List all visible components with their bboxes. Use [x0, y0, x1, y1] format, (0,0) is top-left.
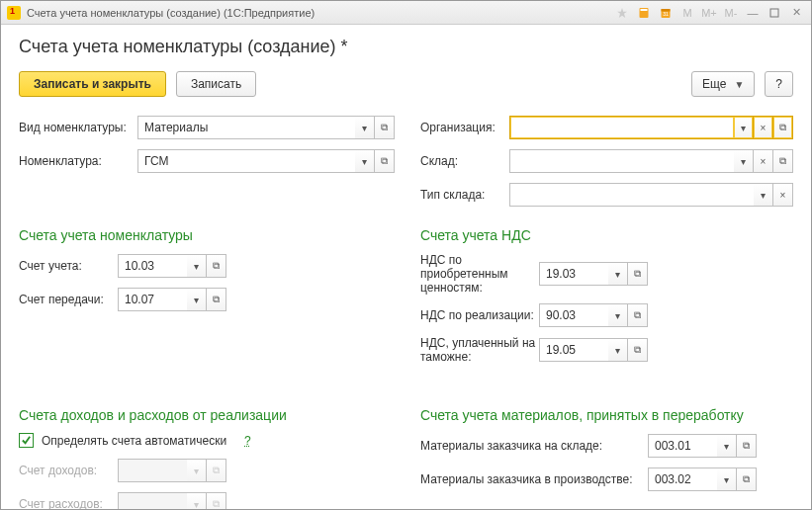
auto-checkbox[interactable] — [19, 433, 34, 448]
sec-vat-title: Счета учета НДС — [420, 227, 793, 243]
more-button[interactable]: Еще▼ — [691, 71, 755, 97]
open-icon[interactable]: ⧉ — [207, 288, 226, 311]
open-icon[interactable]: ⧉ — [628, 262, 648, 286]
mat-prod-input[interactable] — [648, 468, 717, 491]
open-icon[interactable]: ⧉ — [628, 303, 648, 327]
row-mat-prod: Материалы заказчика в производстве: ▾ ⧉ — [420, 467, 793, 492]
nomen-input[interactable] — [137, 149, 355, 173]
transfer-input[interactable] — [118, 288, 187, 311]
vat-customs-label: НДС, уплаченный на таможне: — [420, 336, 539, 364]
save-label: Записать — [191, 77, 241, 91]
svg-text:31: 31 — [663, 11, 669, 17]
open-icon[interactable]: ⧉ — [737, 468, 757, 491]
vat-sales-input[interactable] — [539, 303, 608, 327]
row-mat-stock: Материалы заказчика на складе: ▾ ⧉ — [420, 433, 793, 459]
vat-sales-label: НДС по реализации: — [420, 308, 539, 322]
open-icon[interactable]: ⧉ — [375, 116, 395, 139]
dropdown-icon[interactable]: ▾ — [717, 468, 737, 491]
kind-input-combo: ▾ ⧉ — [137, 116, 395, 139]
dropdown-icon[interactable]: ▾ — [355, 116, 375, 139]
save-button[interactable]: Записать — [176, 71, 256, 97]
sec-income: Счета доходов и расходов от реализации О… — [19, 395, 395, 509]
org-input-combo: ▾ × ⧉ — [509, 116, 793, 139]
open-icon[interactable]: ⧉ — [207, 254, 226, 278]
whtype-label: Тип склада: — [420, 188, 509, 202]
dropdown-icon[interactable]: ▾ — [187, 254, 207, 278]
expense-input — [118, 492, 187, 509]
maximize-icon[interactable] — [766, 5, 783, 21]
svg-rect-1 — [641, 9, 648, 11]
row-org: Организация: ▾ × ⧉ — [420, 115, 793, 140]
top-form: Вид номенклатуры: ▾ ⧉ Номенклатура: ▾ ⧉ — [19, 115, 793, 215]
vat-purch-input[interactable] — [539, 262, 608, 286]
acc-input[interactable] — [118, 254, 187, 278]
content-area: Счета учета номенклатуры (создание) * За… — [1, 25, 811, 509]
help-button[interactable]: ? — [765, 71, 793, 97]
row-vat-purch: НДС по приобретенным ценностям: ▾ ⧉ — [420, 253, 793, 295]
dropdown-icon[interactable]: ▾ — [608, 303, 628, 327]
sec-nomen-title: Счета учета номенклатуры — [19, 227, 395, 243]
open-icon[interactable]: ⧉ — [628, 338, 648, 362]
memory-m[interactable]: M — [678, 5, 696, 21]
row-vat-sales: НДС по реализации: ▾ ⧉ — [420, 302, 793, 328]
transfer-label: Счет передачи: — [19, 293, 118, 306]
kind-input[interactable] — [137, 116, 355, 139]
memory-mplus[interactable]: M+ — [700, 5, 718, 21]
memory-mminus[interactable]: M- — [722, 5, 740, 21]
open-icon[interactable]: ⧉ — [773, 149, 793, 173]
dropdown-icon[interactable]: ▾ — [717, 434, 737, 458]
dropdown-icon[interactable]: ▾ — [355, 149, 375, 173]
dropdown-icon[interactable]: ▾ — [754, 183, 773, 207]
page-title: Счета учета номенклатуры (создание) * — [19, 37, 793, 57]
auto-help-link[interactable]: ? — [244, 434, 251, 448]
save-and-close-button[interactable]: Записать и закрыть — [19, 71, 166, 97]
open-icon: ⧉ — [207, 459, 226, 482]
clear-icon[interactable]: × — [754, 116, 773, 139]
row-auto: Определять счета автоматически ? — [19, 433, 395, 448]
top-toolbar: Записать и закрыть Записать Еще▼ ? — [19, 71, 793, 97]
nomen-label: Номенклатура: — [19, 154, 137, 168]
org-input[interactable] — [509, 116, 734, 139]
expense-combo: ▾ ⧉ — [118, 492, 395, 509]
open-icon[interactable]: ⧉ — [773, 116, 793, 139]
calendar-icon[interactable]: 31 — [657, 5, 675, 21]
sec-income-title: Счета доходов и расходов от реализации — [19, 407, 395, 423]
dropdown-icon[interactable]: ▾ — [734, 149, 754, 173]
chevron-down-icon: ▼ — [734, 79, 744, 90]
whtype-input[interactable] — [509, 183, 754, 207]
top-right-col: Организация: ▾ × ⧉ Склад: ▾ × ⧉ — [420, 115, 793, 215]
wh-label: Склад: — [420, 154, 509, 168]
sec-materials-title: Счета учета материалов, принятых в перер… — [420, 407, 793, 423]
window-title: Счета учета номенклатуры (создание) (1С:… — [27, 7, 607, 19]
row-kind: Вид номенклатуры: ▾ ⧉ — [19, 115, 395, 140]
svg-rect-5 — [770, 9, 778, 17]
vat-customs-input[interactable] — [539, 338, 608, 362]
open-icon[interactable]: ⧉ — [375, 149, 395, 173]
transfer-input-combo: ▾ ⧉ — [118, 288, 395, 311]
wh-input[interactable] — [509, 149, 734, 173]
whtype-input-combo: ▾ × — [509, 183, 793, 207]
open-icon[interactable]: ⧉ — [737, 434, 757, 458]
row-vat-customs: НДС, уплаченный на таможне: ▾ ⧉ — [420, 336, 793, 364]
clear-icon[interactable]: × — [754, 149, 773, 173]
dropdown-icon[interactable]: ▾ — [187, 288, 207, 311]
app-window: Счета учета номенклатуры (создание) (1С:… — [0, 0, 812, 510]
row-acc: Счет учета: ▾ ⧉ — [19, 253, 395, 279]
calculator-icon[interactable] — [635, 5, 653, 21]
dropdown-icon[interactable]: ▾ — [608, 338, 628, 362]
clear-icon[interactable]: × — [773, 183, 793, 207]
close-icon[interactable]: ✕ — [787, 5, 805, 21]
favorite-icon[interactable] — [613, 5, 631, 21]
acc-input-combo: ▾ ⧉ — [118, 254, 395, 278]
row-transfer: Счет передачи: ▾ ⧉ — [19, 287, 395, 312]
mat-stock-input[interactable] — [648, 434, 717, 458]
dropdown-icon[interactable]: ▾ — [608, 262, 628, 286]
row-income: Счет доходов: ▾ ⧉ — [19, 458, 395, 483]
mat-prod-combo: ▾ ⧉ — [648, 468, 793, 491]
sec-nomen: Счета учета номенклатуры Счет учета: ▾ ⧉… — [19, 215, 395, 372]
open-icon: ⧉ — [207, 492, 226, 509]
minimize-icon[interactable]: — — [744, 5, 762, 21]
dropdown-icon[interactable]: ▾ — [734, 116, 754, 139]
org-label: Организация: — [420, 121, 509, 134]
auto-checkbox-label: Определять счета автоматически — [42, 434, 226, 448]
